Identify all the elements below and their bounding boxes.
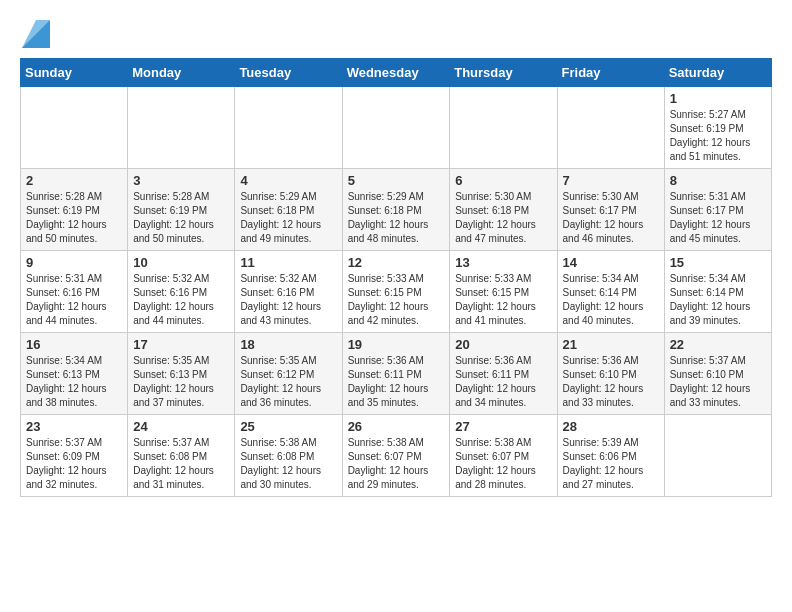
day-info: Sunrise: 5:31 AM Sunset: 6:16 PM Dayligh…: [26, 272, 122, 328]
day-number: 27: [455, 419, 551, 434]
calendar-header-row: SundayMondayTuesdayWednesdayThursdayFrid…: [21, 59, 772, 87]
calendar-cell: 19Sunrise: 5:36 AM Sunset: 6:11 PM Dayli…: [342, 333, 450, 415]
calendar-cell: 18Sunrise: 5:35 AM Sunset: 6:12 PM Dayli…: [235, 333, 342, 415]
day-info: Sunrise: 5:28 AM Sunset: 6:19 PM Dayligh…: [26, 190, 122, 246]
day-number: 21: [563, 337, 659, 352]
day-number: 18: [240, 337, 336, 352]
day-info: Sunrise: 5:35 AM Sunset: 6:12 PM Dayligh…: [240, 354, 336, 410]
day-number: 13: [455, 255, 551, 270]
day-info: Sunrise: 5:32 AM Sunset: 6:16 PM Dayligh…: [240, 272, 336, 328]
day-info: Sunrise: 5:30 AM Sunset: 6:18 PM Dayligh…: [455, 190, 551, 246]
calendar-cell: 3Sunrise: 5:28 AM Sunset: 6:19 PM Daylig…: [128, 169, 235, 251]
day-number: 12: [348, 255, 445, 270]
day-info: Sunrise: 5:38 AM Sunset: 6:08 PM Dayligh…: [240, 436, 336, 492]
calendar-cell: 28Sunrise: 5:39 AM Sunset: 6:06 PM Dayli…: [557, 415, 664, 497]
day-info: Sunrise: 5:36 AM Sunset: 6:10 PM Dayligh…: [563, 354, 659, 410]
day-info: Sunrise: 5:39 AM Sunset: 6:06 PM Dayligh…: [563, 436, 659, 492]
calendar-cell: 8Sunrise: 5:31 AM Sunset: 6:17 PM Daylig…: [664, 169, 771, 251]
day-info: Sunrise: 5:29 AM Sunset: 6:18 PM Dayligh…: [348, 190, 445, 246]
calendar-header-monday: Monday: [128, 59, 235, 87]
logo-icon: [22, 20, 50, 48]
day-number: 14: [563, 255, 659, 270]
day-info: Sunrise: 5:32 AM Sunset: 6:16 PM Dayligh…: [133, 272, 229, 328]
calendar-week-row: 16Sunrise: 5:34 AM Sunset: 6:13 PM Dayli…: [21, 333, 772, 415]
day-info: Sunrise: 5:27 AM Sunset: 6:19 PM Dayligh…: [670, 108, 766, 164]
calendar-cell: 15Sunrise: 5:34 AM Sunset: 6:14 PM Dayli…: [664, 251, 771, 333]
calendar-header-friday: Friday: [557, 59, 664, 87]
calendar-week-row: 23Sunrise: 5:37 AM Sunset: 6:09 PM Dayli…: [21, 415, 772, 497]
day-number: 16: [26, 337, 122, 352]
day-number: 10: [133, 255, 229, 270]
day-number: 3: [133, 173, 229, 188]
day-number: 9: [26, 255, 122, 270]
calendar-header-saturday: Saturday: [664, 59, 771, 87]
day-info: Sunrise: 5:34 AM Sunset: 6:13 PM Dayligh…: [26, 354, 122, 410]
calendar-cell: [342, 87, 450, 169]
calendar-header-sunday: Sunday: [21, 59, 128, 87]
calendar-header-wednesday: Wednesday: [342, 59, 450, 87]
day-number: 28: [563, 419, 659, 434]
svg-marker-1: [22, 20, 50, 48]
day-info: Sunrise: 5:31 AM Sunset: 6:17 PM Dayligh…: [670, 190, 766, 246]
calendar-table: SundayMondayTuesdayWednesdayThursdayFrid…: [20, 58, 772, 497]
calendar-cell: 25Sunrise: 5:38 AM Sunset: 6:08 PM Dayli…: [235, 415, 342, 497]
calendar-cell: 24Sunrise: 5:37 AM Sunset: 6:08 PM Dayli…: [128, 415, 235, 497]
calendar-cell: 20Sunrise: 5:36 AM Sunset: 6:11 PM Dayli…: [450, 333, 557, 415]
day-info: Sunrise: 5:38 AM Sunset: 6:07 PM Dayligh…: [455, 436, 551, 492]
calendar-cell: [664, 415, 771, 497]
calendar-cell: 5Sunrise: 5:29 AM Sunset: 6:18 PM Daylig…: [342, 169, 450, 251]
calendar-cell: 12Sunrise: 5:33 AM Sunset: 6:15 PM Dayli…: [342, 251, 450, 333]
calendar-cell: 11Sunrise: 5:32 AM Sunset: 6:16 PM Dayli…: [235, 251, 342, 333]
calendar-header-tuesday: Tuesday: [235, 59, 342, 87]
calendar-cell: 26Sunrise: 5:38 AM Sunset: 6:07 PM Dayli…: [342, 415, 450, 497]
day-number: 26: [348, 419, 445, 434]
day-info: Sunrise: 5:37 AM Sunset: 6:10 PM Dayligh…: [670, 354, 766, 410]
calendar-week-row: 2Sunrise: 5:28 AM Sunset: 6:19 PM Daylig…: [21, 169, 772, 251]
calendar-cell: 10Sunrise: 5:32 AM Sunset: 6:16 PM Dayli…: [128, 251, 235, 333]
day-number: 6: [455, 173, 551, 188]
calendar-cell: 2Sunrise: 5:28 AM Sunset: 6:19 PM Daylig…: [21, 169, 128, 251]
calendar-week-row: 1Sunrise: 5:27 AM Sunset: 6:19 PM Daylig…: [21, 87, 772, 169]
calendar-cell: [235, 87, 342, 169]
day-number: 20: [455, 337, 551, 352]
calendar-cell: 17Sunrise: 5:35 AM Sunset: 6:13 PM Dayli…: [128, 333, 235, 415]
day-info: Sunrise: 5:36 AM Sunset: 6:11 PM Dayligh…: [455, 354, 551, 410]
day-info: Sunrise: 5:28 AM Sunset: 6:19 PM Dayligh…: [133, 190, 229, 246]
day-number: 11: [240, 255, 336, 270]
page-header: [20, 20, 772, 48]
day-info: Sunrise: 5:36 AM Sunset: 6:11 PM Dayligh…: [348, 354, 445, 410]
calendar-cell: 14Sunrise: 5:34 AM Sunset: 6:14 PM Dayli…: [557, 251, 664, 333]
day-number: 4: [240, 173, 336, 188]
calendar-cell: 23Sunrise: 5:37 AM Sunset: 6:09 PM Dayli…: [21, 415, 128, 497]
day-number: 24: [133, 419, 229, 434]
day-number: 1: [670, 91, 766, 106]
calendar-cell: 6Sunrise: 5:30 AM Sunset: 6:18 PM Daylig…: [450, 169, 557, 251]
day-info: Sunrise: 5:37 AM Sunset: 6:09 PM Dayligh…: [26, 436, 122, 492]
day-info: Sunrise: 5:35 AM Sunset: 6:13 PM Dayligh…: [133, 354, 229, 410]
day-number: 15: [670, 255, 766, 270]
day-info: Sunrise: 5:33 AM Sunset: 6:15 PM Dayligh…: [455, 272, 551, 328]
day-number: 17: [133, 337, 229, 352]
day-info: Sunrise: 5:29 AM Sunset: 6:18 PM Dayligh…: [240, 190, 336, 246]
day-info: Sunrise: 5:33 AM Sunset: 6:15 PM Dayligh…: [348, 272, 445, 328]
calendar-cell: 13Sunrise: 5:33 AM Sunset: 6:15 PM Dayli…: [450, 251, 557, 333]
calendar-cell: [128, 87, 235, 169]
day-info: Sunrise: 5:30 AM Sunset: 6:17 PM Dayligh…: [563, 190, 659, 246]
calendar-header-thursday: Thursday: [450, 59, 557, 87]
day-number: 8: [670, 173, 766, 188]
calendar-cell: 1Sunrise: 5:27 AM Sunset: 6:19 PM Daylig…: [664, 87, 771, 169]
calendar-cell: 7Sunrise: 5:30 AM Sunset: 6:17 PM Daylig…: [557, 169, 664, 251]
day-number: 2: [26, 173, 122, 188]
day-info: Sunrise: 5:34 AM Sunset: 6:14 PM Dayligh…: [563, 272, 659, 328]
calendar-cell: [557, 87, 664, 169]
calendar-cell: [21, 87, 128, 169]
calendar-week-row: 9Sunrise: 5:31 AM Sunset: 6:16 PM Daylig…: [21, 251, 772, 333]
day-info: Sunrise: 5:34 AM Sunset: 6:14 PM Dayligh…: [670, 272, 766, 328]
calendar-cell: 9Sunrise: 5:31 AM Sunset: 6:16 PM Daylig…: [21, 251, 128, 333]
day-info: Sunrise: 5:37 AM Sunset: 6:08 PM Dayligh…: [133, 436, 229, 492]
logo: [20, 20, 50, 48]
calendar-cell: [450, 87, 557, 169]
calendar-cell: 21Sunrise: 5:36 AM Sunset: 6:10 PM Dayli…: [557, 333, 664, 415]
calendar-cell: 16Sunrise: 5:34 AM Sunset: 6:13 PM Dayli…: [21, 333, 128, 415]
day-number: 19: [348, 337, 445, 352]
